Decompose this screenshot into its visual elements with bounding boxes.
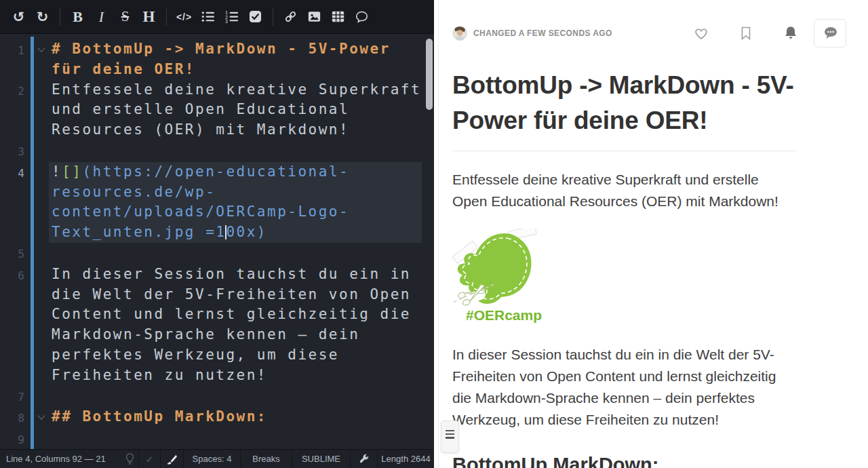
redo-button[interactable]: ↻ <box>31 5 54 29</box>
editor-statusbar: Line 4, Columns 92 — 21 ✓ Spaces: 4 Brea… <box>0 449 434 468</box>
title-divider <box>452 151 797 151</box>
table-button[interactable] <box>326 5 350 29</box>
line-text: Entfessele deine kreative Superkraft und… <box>52 80 425 140</box>
line-number: 1 <box>0 39 24 80</box>
lightbulb-icon[interactable] <box>121 450 138 468</box>
heart-icon[interactable] <box>693 25 709 41</box>
linebreaks-setting[interactable]: Breaks <box>240 450 292 468</box>
line-number: 5 <box>0 243 24 265</box>
ordered-list-button[interactable]: 123 <box>220 5 243 29</box>
editor-line-7[interactable]: 7 <box>0 386 434 408</box>
fold-chevron-icon[interactable] <box>35 407 52 429</box>
line-text: # BottomUp -> MarkDown - 5V-Power für de… <box>52 39 425 80</box>
line-number: 3 <box>0 140 24 162</box>
line-text <box>52 386 425 408</box>
fold-chevron-icon[interactable] <box>35 39 52 80</box>
change-indicator-bar <box>31 37 34 449</box>
undo-button[interactable]: ↺ <box>7 5 31 29</box>
line-number: 6 <box>0 265 24 386</box>
line-number: 2 <box>0 80 24 140</box>
preview-heading-2: BottomUp MarkDown: <box>452 454 797 468</box>
spaces-setting[interactable]: Spaces: 4 <box>183 450 240 468</box>
gutter-spacer <box>35 265 52 386</box>
svg-text:3: 3 <box>225 19 228 23</box>
comment-button[interactable] <box>814 19 846 47</box>
preview-paragraph-1: Entfessele deine kreative Superkraft und… <box>452 169 797 212</box>
editor-toolbar: ↺↻BISH</>123 <box>0 0 434 34</box>
check-list-button[interactable] <box>243 5 267 29</box>
header-button[interactable]: H <box>137 5 161 29</box>
bell-icon[interactable] <box>783 25 799 41</box>
hamburger-icon <box>446 430 454 431</box>
spellcheck-icon[interactable]: ✓ <box>138 450 160 468</box>
cursor-position-label: Line 4, Columns 92 — 21 <box>0 450 121 468</box>
oercamp-flame-graphic <box>452 229 542 306</box>
bookmark-icon[interactable] <box>738 25 754 41</box>
line-number: 9 <box>0 429 24 449</box>
bold-button[interactable]: B <box>66 5 90 29</box>
line-number: 4 <box>0 162 24 243</box>
oercamp-logo-image: #OERcamp <box>452 229 547 324</box>
length-label: Length 2644 <box>377 450 434 468</box>
toolbar-separator <box>273 8 273 26</box>
editor-line-9[interactable]: 9 <box>0 429 434 449</box>
editor-line-2[interactable]: 2Entfessele deine kreative Superkraft un… <box>0 80 434 140</box>
editor-scrollbar-thumb[interactable] <box>426 39 433 110</box>
line-text <box>52 243 425 265</box>
preview-title: BottomUp -> MarkDown - 5V-Power für dein… <box>452 68 797 138</box>
editor-line-8[interactable]: 8## BottomUp MarkDown: <box>0 407 434 429</box>
gutter-spacer <box>35 429 52 449</box>
line-text <box>52 429 425 449</box>
line-number: 8 <box>0 407 24 429</box>
wrench-icon[interactable] <box>350 450 377 468</box>
preview-header: CHANGED A FEW SECONDS AGO <box>434 0 868 47</box>
editor-line-3[interactable]: 3 <box>0 140 434 162</box>
italic-button[interactable]: I <box>90 5 113 29</box>
editor-pane: ↺↻BISH</>123 1# BottomUp -> MarkDown - 5… <box>0 0 434 468</box>
line-text <box>52 140 425 162</box>
editor-line-1[interactable]: 1# BottomUp -> MarkDown - 5V-Power für d… <box>0 39 434 80</box>
toolbar-separator <box>60 8 60 26</box>
line-number: 7 <box>0 386 24 408</box>
gutter-spacer <box>35 140 52 162</box>
oercamp-logo-caption: #OERcamp <box>466 307 547 324</box>
gutter-spacer <box>35 80 52 140</box>
code-editor[interactable]: 1# BottomUp -> MarkDown - 5V-Power für d… <box>0 34 434 449</box>
preview-pane: CHANGED A FEW SECONDS AGO <box>434 0 868 468</box>
unordered-list-button[interactable] <box>196 5 220 29</box>
line-text: In dieser Session tauchst du ein in die … <box>52 265 425 386</box>
preview-paragraph-2: In dieser Session tauchst du ein in die … <box>452 344 797 431</box>
image-button[interactable] <box>302 5 326 29</box>
avatar[interactable] <box>452 26 467 41</box>
toolbar-items: ↺↻BISH</>123 <box>7 5 374 29</box>
gutter-spacer <box>35 243 52 265</box>
link-button[interactable] <box>279 5 302 29</box>
line-text: ![](https://open-educational-resources.d… <box>49 162 422 243</box>
gutter-spacer <box>35 386 52 408</box>
hackmd-split-view: ↺↻BISH</>123 1# BottomUp -> MarkDown - 5… <box>0 0 868 468</box>
toc-toggle-handle[interactable] <box>441 421 459 453</box>
comment-button[interactable] <box>350 5 374 29</box>
code-button[interactable]: </> <box>172 5 196 29</box>
editor-lines: 1# BottomUp -> MarkDown - 5V-Power für d… <box>0 39 434 449</box>
editor-line-5[interactable]: 5 <box>0 243 434 265</box>
editor-line-4[interactable]: 4![](https://open-educational-resources.… <box>0 162 434 243</box>
line-text: ## BottomUp MarkDown: <box>52 407 425 429</box>
keymap-setting[interactable]: SUBLIME <box>292 450 350 468</box>
brush-icon[interactable] <box>160 450 183 468</box>
last-changed-label: CHANGED A FEW SECONDS AGO <box>473 28 612 38</box>
editor-line-6[interactable]: 6In dieser Session tauchst du ein in die… <box>0 265 434 386</box>
toolbar-separator <box>166 8 167 26</box>
strikethrough-button[interactable]: S <box>113 5 137 29</box>
